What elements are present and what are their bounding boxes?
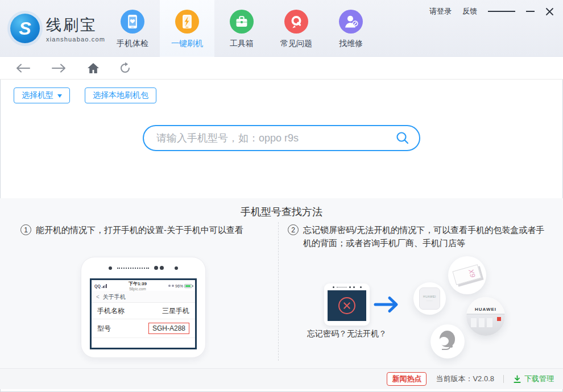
error-cross-icon [338,297,355,314]
minimize-icon[interactable] [526,11,535,12]
version-label: 当前版本：V2.0.8 [436,374,494,384]
nav-label: 找维修 [339,39,363,49]
close-icon[interactable] [545,7,554,16]
footer-divider [503,375,504,383]
news-hotspot-badge[interactable]: 新闻热点 [387,372,427,386]
search-input[interactable] [156,132,395,144]
store-sign: HUAWEI [466,297,505,315]
phone-screen: QQ 下午1:39 58pic.com 96% <关于手机 [90,278,197,349]
model-row: 型号 SGH-A288 [92,319,195,338]
guide-step-1: 1 能开机的情况下，打开手机的设置-关于手机中可以查看 [20,223,276,236]
battery-percent: 96% [175,284,183,288]
menu-icon[interactable] [488,10,515,14]
login-link[interactable]: 请登录 [429,6,452,16]
battery-icon [184,284,192,288]
footer: 新闻热点 当前版本：V2.0.8 下载管理 [0,369,563,389]
guide-title: 手机型号查找方法 [0,198,563,219]
brand: S 线刷宝 xianshuabao.com [10,14,105,43]
settings-demo-phone: QQ 下午1:39 58pic.com 96% <关于手机 [81,257,206,358]
question-bubble-icon [284,10,308,34]
step-text: 忘记锁屏密码/无法开机的情况下，可以查看手机的包装盒或者手机的背面；或者咨询手机… [303,223,547,250]
nav-label: 常见问题 [280,39,312,49]
step-text: 能开机的情况下，打开手机的设置-关于手机中可以查看 [36,223,243,236]
box-model-label: 6X [467,268,478,278]
nav-label: 手机体检 [117,39,148,49]
header: S 线刷宝 xianshuabao.com 手机体检 [0,0,563,57]
status-site: 58pic.com [107,287,168,291]
location-icon [168,285,171,287]
phone-box-photo: 6X [448,256,486,294]
column-divider [278,222,279,361]
search-icon[interactable] [395,131,410,145]
about-phone-row: <关于手机 [92,291,195,303]
nav-item-one-key-flash[interactable]: 一键刷机 [160,0,214,57]
download-icon [513,375,521,383]
download-manager-link[interactable]: 下载管理 [513,374,554,384]
phone-flash-icon [175,10,199,34]
phone-back-graphic: HUAWEI ····· [419,287,440,310]
row-label: 型号 [97,324,111,333]
guide-step-2: 2 忘记锁屏密码/无法开机的情况下，可以查看手机的包装盒或者手机的背面；或者咨询… [288,223,547,250]
feedback-link[interactable]: 反馈 [462,6,477,16]
phone-name-row: 手机名称 三星手机 [92,303,195,319]
browser-toolbar [0,57,563,80]
phone-speaker-icons [81,257,205,278]
select-local-package-button[interactable]: 选择本地刷机包 [85,87,156,103]
right-arrow-icon [374,294,400,318]
select-local-package-label: 选择本地刷机包 [93,90,148,101]
refresh-icon[interactable] [118,61,132,75]
brand-name: 线刷宝 [46,15,105,35]
nav-item-faq[interactable]: 常见问题 [269,0,324,57]
nav-label: 工具箱 [230,39,254,49]
phone-back-brand: HUAWEI [423,295,436,298]
search-area [0,125,563,151]
nav-item-phone-checkup[interactable]: 手机体检 [105,0,160,57]
back-icon[interactable] [14,62,32,74]
box-graphic: 6X [452,264,481,285]
nav-label: 一键刷机 [171,39,203,49]
step-number: 1 [20,224,31,235]
row-value: 三星手机 [162,306,189,316]
phone-health-icon [121,10,144,34]
home-icon[interactable] [86,62,100,74]
brand-domain: xianshuabao.com [46,36,105,43]
support-person-photo [430,324,465,358]
status-time: 下午1:39 [107,281,168,287]
select-model-button[interactable]: 选择机型 [14,87,70,103]
signal-icon [102,284,107,288]
nav-item-toolbox[interactable]: 工具箱 [214,0,269,57]
storefront-graphic [466,315,505,336]
repair-person-icon [339,10,363,34]
main-nav: 手机体检 一键刷机 [105,0,378,57]
about-phone-label: 关于手机 [103,294,126,300]
carrier-label: QQ [94,284,101,288]
locked-screen [328,290,366,321]
select-model-label: 选择机型 [22,90,53,101]
model-value-highlighted: SGH-A288 [148,323,189,334]
store-photo: HUAWEI [466,297,505,336]
toolbox-icon [230,10,254,34]
locked-caption: 忘记密码？无法开机？ [298,329,396,339]
actions-row: 选择机型 选择本地刷机包 [14,87,563,103]
app-window: S 线刷宝 xianshuabao.com 手机体检 [0,0,563,392]
phone-back-photo: HUAWEI ····· [413,282,446,315]
chevron-down-icon [57,94,62,98]
shield-icon [172,285,174,287]
nav-item-find-repair[interactable]: 找维修 [324,0,378,57]
back-chevron-icon: < [96,294,100,300]
step-number: 2 [288,224,299,235]
download-label: 下载管理 [524,374,554,384]
forward-icon[interactable] [50,62,68,74]
row-label: 手机名称 [97,306,125,316]
topbar-right: 请登录 反馈 [429,6,554,16]
app-logo-icon: S [10,14,40,43]
search-box [143,125,420,151]
status-bar: QQ 下午1:39 58pic.com 96% [92,280,195,291]
model-lookup-guide: 手机型号查找方法 1 能开机的情况下，打开手机的设置-关于手机中可以查看 2 忘… [0,198,563,369]
phone-speaker-icons [324,283,370,290]
locked-phone [324,283,370,326]
